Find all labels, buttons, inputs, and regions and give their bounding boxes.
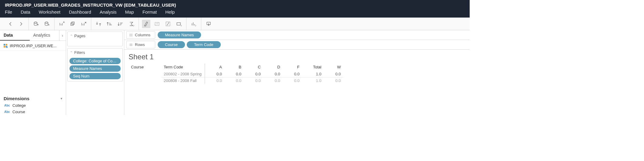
caret-icon: ⌃ (70, 34, 72, 38)
chevron-down-icon: ▾ (61, 97, 62, 100)
table-cell[interactable]: 0.0 (205, 77, 224, 84)
menu-dashboard[interactable]: Dashboard (69, 9, 91, 15)
header-bar: IRPROD.IRP_USER.WEB_GRADES_INSTRUCTOR_VW… (0, 0, 470, 18)
table-cell[interactable]: 0.0 (224, 71, 244, 77)
header-b[interactable]: B (224, 64, 244, 71)
forward-icon[interactable] (17, 20, 25, 28)
datasource-item[interactable]: IRPROD.IRP_USER.WE... (0, 41, 66, 51)
header-f[interactable]: F (283, 64, 302, 71)
filter-pill-measure-names[interactable]: Measure Names (69, 65, 121, 72)
cards-panel: ⌃Pages ⌃Filters College: College of Comp… (66, 30, 124, 115)
rows-shelf[interactable]: Rows Course Term Code (124, 40, 470, 50)
table-cell[interactable]: 200808 - 2008 Fall (161, 77, 205, 84)
pause-datasource-icon[interactable] (43, 20, 51, 28)
caret-icon: ⌃ (70, 51, 72, 54)
header-total[interactable]: Total (302, 64, 324, 71)
filters-shelf[interactable]: ⌃Filters College: College of Comp... Mea… (67, 48, 123, 81)
header-course[interactable]: Course (129, 64, 161, 71)
header-c[interactable]: C (244, 64, 263, 71)
svg-rect-10 (6, 44, 7, 45)
sort-asc-icon[interactable] (105, 20, 114, 28)
main-area: Data Analytics ‹ IRPROD.IRP_USER.WE... D… (0, 30, 470, 115)
svg-rect-9 (4, 44, 5, 45)
row-pill-term-code[interactable]: Term Code (187, 41, 221, 48)
svg-rect-7 (177, 22, 180, 25)
svg-rect-2 (71, 23, 73, 25)
sheet-title[interactable]: Sheet 1 (124, 50, 470, 64)
duplicate-icon[interactable] (69, 20, 77, 28)
menu-help[interactable]: Help (165, 9, 175, 15)
tab-analytics[interactable]: Analytics (30, 30, 59, 41)
totals-icon[interactable] (127, 20, 136, 28)
table-cell (129, 71, 161, 77)
columns-shelf[interactable]: Columns Measure Names (124, 30, 470, 40)
table-cell[interactable]: 1.0 (302, 77, 324, 84)
menu-data[interactable]: Data (21, 9, 30, 15)
header-a[interactable]: A (205, 64, 224, 71)
highlight-icon[interactable] (142, 20, 150, 28)
header-w[interactable]: W (324, 64, 343, 71)
labels-icon[interactable]: T (153, 20, 161, 28)
tab-data[interactable]: Data (0, 30, 30, 41)
column-pill-measure-names[interactable]: Measure Names (158, 31, 201, 38)
rows-icon (129, 43, 133, 47)
collapse-pane-icon[interactable]: ‹ (59, 30, 66, 41)
dimensions-header[interactable]: Dimensions ▾ (0, 94, 66, 102)
table-cell[interactable]: 0.0 (283, 71, 302, 77)
fit-icon[interactable] (175, 20, 183, 28)
svg-point-1 (45, 22, 48, 23)
table-cell[interactable]: 0.0 (263, 77, 283, 84)
menu-file[interactable]: File (5, 9, 12, 15)
header-d[interactable]: D (263, 64, 283, 71)
toolbar: T (0, 18, 470, 30)
menu-bar: File Data Worksheet Dashboard Analysis M… (5, 9, 465, 18)
clear-sheet-icon[interactable] (79, 20, 88, 28)
table-cell[interactable]: 0.0 (324, 71, 343, 77)
download-icon[interactable] (204, 20, 213, 28)
svg-rect-3 (72, 22, 74, 24)
table-cell[interactable]: 0.0 (244, 77, 263, 84)
menu-map[interactable]: Map (125, 9, 134, 15)
table-cell[interactable]: 0.0 (205, 71, 224, 77)
svg-point-0 (34, 22, 37, 23)
show-me-icon[interactable] (190, 20, 198, 28)
crosstab: Course Term Code 200802 - 2008 Spring 20… (124, 64, 470, 84)
table-cell (129, 77, 161, 84)
new-worksheet-icon[interactable] (58, 20, 66, 28)
table-cell[interactable]: 200802 - 2008 Spring (161, 71, 205, 77)
svg-rect-11 (4, 46, 5, 48)
menu-worksheet[interactable]: Worksheet (39, 9, 60, 15)
row-pill-course[interactable]: Course (158, 41, 185, 48)
table-cell[interactable]: 0.0 (263, 71, 283, 77)
swap-icon[interactable] (94, 20, 103, 28)
datasource-label: IRPROD.IRP_USER.WE... (10, 44, 57, 48)
field-college[interactable]: Abc College (0, 102, 66, 109)
abc-icon: Abc (4, 104, 10, 107)
table-cell[interactable]: 0.0 (283, 77, 302, 84)
table-cell[interactable]: 0.0 (244, 71, 263, 77)
table-cell[interactable]: 0.0 (224, 77, 244, 84)
table-cell[interactable]: 1.0 (302, 71, 324, 77)
header-term-code[interactable]: Term Code (161, 64, 205, 71)
svg-text:T: T (156, 22, 158, 25)
menu-analysis[interactable]: Analysis (100, 9, 117, 15)
sort-desc-icon[interactable] (116, 20, 125, 28)
menu-format[interactable]: Format (143, 9, 157, 15)
new-datasource-icon[interactable] (32, 20, 40, 28)
window-title: IRPROD.IRP_USER.WEB_GRADES_INSTRUCTOR_VW… (5, 2, 465, 9)
columns-icon (129, 33, 133, 37)
worksheet-area: Columns Measure Names Rows Course Term C… (124, 30, 470, 115)
datasource-icon (3, 43, 8, 48)
field-course[interactable]: Abc Course (0, 109, 66, 115)
abc-icon: Abc (4, 110, 10, 113)
table-cell[interactable]: 0.0 (324, 77, 343, 84)
pages-shelf[interactable]: ⌃Pages (67, 31, 123, 46)
filter-pill-seq-num[interactable]: Seq Num (69, 73, 121, 79)
format-workbook-icon[interactable] (164, 20, 172, 28)
filter-pill-college[interactable]: College: College of Comp... (69, 58, 121, 64)
back-icon[interactable] (6, 20, 15, 28)
data-pane: Data Analytics ‹ IRPROD.IRP_USER.WE... D… (0, 30, 66, 115)
